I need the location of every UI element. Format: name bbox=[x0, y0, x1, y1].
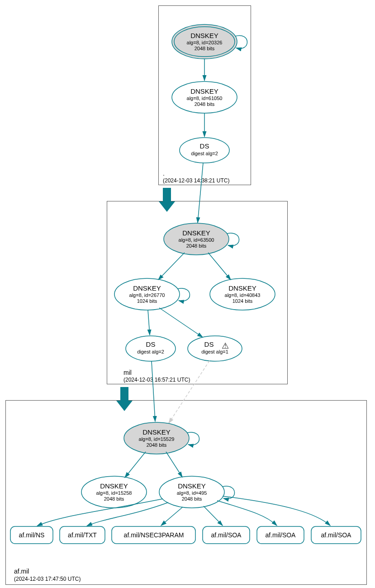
svg-text:DNSKEY: DNSKEY bbox=[100, 482, 128, 490]
svg-text:DS: DS bbox=[146, 340, 156, 348]
svg-text:1024 bits: 1024 bits bbox=[233, 298, 253, 304]
svg-text:af.mil/TXT: af.mil/TXT bbox=[68, 531, 97, 539]
edge-milds2-afk1 bbox=[169, 361, 209, 423]
svg-text:digest alg=2: digest alg=2 bbox=[137, 349, 164, 354]
node-mil-dnskey-63500: DNSKEY alg=8, id=63500 2048 bits bbox=[164, 223, 229, 255]
svg-text:alg=8, id=63500: alg=8, id=63500 bbox=[179, 237, 214, 243]
record-ns: af.mil/NS bbox=[10, 526, 53, 544]
svg-text:af.mil/NS: af.mil/NS bbox=[19, 531, 45, 539]
svg-point-9 bbox=[180, 138, 229, 163]
svg-text:2048 bits: 2048 bits bbox=[147, 442, 167, 448]
node-afmil-dnskey-15258: DNSKEY alg=8, id=15258 2048 bits bbox=[81, 476, 147, 508]
record-soa-2: af.mil/SOA bbox=[257, 526, 304, 544]
node-mil-ds2: DS ⚠ digest alg=1 bbox=[188, 336, 242, 361]
svg-text:digest alg=2: digest alg=2 bbox=[191, 151, 218, 156]
record-soa-3: af.mil/SOA bbox=[311, 526, 361, 544]
svg-text:alg=8, id=495: alg=8, id=495 bbox=[177, 490, 207, 496]
edge-afk3-r4 bbox=[204, 506, 223, 526]
svg-text:digest alg=1: digest alg=1 bbox=[201, 349, 228, 354]
delegation-arrow-mil-afmil bbox=[116, 387, 133, 411]
svg-text:af.mil/NSEC3PARAM: af.mil/NSEC3PARAM bbox=[124, 531, 184, 539]
svg-text:DNSKEY: DNSKEY bbox=[142, 428, 171, 436]
edge-milk1-milk2 bbox=[158, 253, 185, 280]
svg-text:af.mil/SOA: af.mil/SOA bbox=[321, 531, 352, 539]
edge-afk1-afk2 bbox=[125, 452, 146, 478]
svg-text:2048 bits: 2048 bits bbox=[182, 496, 202, 502]
node-root-ds: DS digest alg=2 bbox=[180, 138, 229, 163]
svg-text:DNSKEY: DNSKEY bbox=[190, 32, 218, 39]
node-mil-dnskey-40843: DNSKEY alg=8, id=40843 1024 bits bbox=[210, 278, 275, 310]
svg-text:alg=8, id=61050: alg=8, id=61050 bbox=[187, 96, 223, 101]
node-afmil-dnskey-495: DNSKEY alg=8, id=495 2048 bits bbox=[159, 476, 224, 508]
svg-text:2048 bits: 2048 bits bbox=[104, 496, 124, 502]
svg-text:DNSKEY: DNSKEY bbox=[133, 284, 161, 292]
edge-milk2-milds2 bbox=[159, 308, 203, 337]
node-afmil-dnskey-15529: DNSKEY alg=8, id=15529 2048 bits bbox=[124, 422, 189, 454]
svg-text:DS: DS bbox=[204, 340, 214, 348]
record-nsec3param: af.mil/NSEC3PARAM bbox=[112, 526, 195, 544]
node-root-dnskey-20326: DNSKEY alg=8, id=20326 2048 bits bbox=[172, 24, 237, 59]
svg-text:alg=8, id=20326: alg=8, id=20326 bbox=[187, 40, 223, 45]
svg-text:1024 bits: 1024 bits bbox=[137, 298, 157, 304]
edge-milk2-milds1 bbox=[148, 310, 150, 335]
svg-text:af.mil/SOA: af.mil/SOA bbox=[211, 531, 242, 539]
svg-text:alg=8, id=15258: alg=8, id=15258 bbox=[96, 490, 132, 496]
svg-text:2048 bits: 2048 bits bbox=[195, 46, 215, 51]
delegation-arrow-root-mil bbox=[159, 188, 175, 212]
svg-text:DNSKEY: DNSKEY bbox=[228, 284, 256, 292]
node-mil-ds1: DS digest alg=2 bbox=[126, 336, 176, 361]
svg-text:DS: DS bbox=[200, 142, 209, 150]
svg-text:DNSKEY: DNSKEY bbox=[182, 229, 210, 237]
edge-afk3-r3 bbox=[161, 507, 183, 526]
svg-text:2048 bits: 2048 bits bbox=[195, 101, 215, 107]
svg-point-27 bbox=[188, 336, 242, 361]
record-soa-1: af.mil/SOA bbox=[203, 526, 250, 544]
edge-afk3-r5 bbox=[217, 501, 277, 526]
node-root-dnskey-61050: DNSKEY alg=8, id=61050 2048 bits bbox=[172, 81, 237, 113]
edge-milds1-afk1 bbox=[152, 361, 155, 421]
svg-text:alg=8, id=40843: alg=8, id=40843 bbox=[225, 292, 261, 298]
svg-text:alg=8, id=26770: alg=8, id=26770 bbox=[129, 292, 165, 298]
svg-text:DNSKEY: DNSKEY bbox=[190, 87, 218, 95]
svg-text:2048 bits: 2048 bits bbox=[186, 243, 207, 249]
record-txt: af.mil/TXT bbox=[60, 526, 105, 544]
edge-afk1-afk3 bbox=[166, 452, 182, 477]
node-mil-dnskey-26770: DNSKEY alg=8, id=26770 1024 bits bbox=[114, 278, 180, 310]
edge-rootds-milk1 bbox=[198, 163, 203, 223]
svg-text:DNSKEY: DNSKEY bbox=[178, 482, 206, 490]
svg-point-24 bbox=[126, 336, 176, 361]
svg-text:af.mil/SOA: af.mil/SOA bbox=[266, 531, 296, 539]
svg-text:alg=8, id=15529: alg=8, id=15529 bbox=[139, 436, 175, 442]
edge-afk3-r6 bbox=[223, 496, 330, 526]
edge-milk1-milk3 bbox=[208, 253, 231, 280]
